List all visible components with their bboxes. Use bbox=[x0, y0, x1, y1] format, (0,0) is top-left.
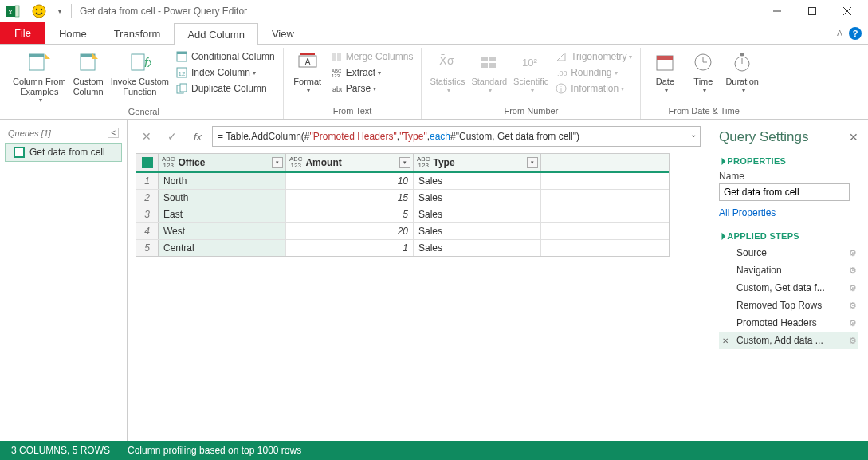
collapse-queries-icon[interactable]: < bbox=[108, 128, 119, 138]
cell-amount[interactable]: 15 bbox=[286, 190, 414, 206]
tab-transform[interactable]: Transform bbox=[100, 22, 175, 44]
tab-view[interactable]: View bbox=[258, 22, 308, 44]
fx-icon[interactable]: fx bbox=[187, 127, 209, 146]
qat-dropdown-icon[interactable] bbox=[50, 3, 66, 19]
svg-text:123: 123 bbox=[332, 73, 340, 78]
group-from-datetime: Date Time Duration From Date & Time bbox=[641, 48, 767, 119]
svg-rect-47 bbox=[740, 53, 744, 56]
table-row[interactable]: 3 East 5 Sales bbox=[136, 206, 669, 223]
maximize-button[interactable] bbox=[795, 1, 830, 22]
applied-step[interactable]: Navigation⚙ bbox=[719, 261, 858, 279]
svg-text:x: x bbox=[9, 8, 13, 16]
applied-step[interactable]: Removed Top Rows⚙ bbox=[719, 297, 858, 314]
svg-point-3 bbox=[33, 5, 45, 18]
close-settings-icon[interactable]: ✕ bbox=[849, 131, 858, 144]
collapse-ribbon-icon[interactable]: ᐱ bbox=[837, 29, 842, 37]
cell-office[interactable]: Central bbox=[159, 240, 286, 256]
svg-marker-15 bbox=[92, 53, 98, 59]
query-settings-title: Query Settings bbox=[719, 129, 808, 145]
statistics-icon: X̄σ bbox=[434, 49, 460, 75]
table-row[interactable]: 5 Central 1 Sales bbox=[136, 240, 669, 256]
duration-icon bbox=[729, 49, 755, 75]
cell-type[interactable]: Sales bbox=[414, 206, 541, 222]
smiley-icon[interactable] bbox=[31, 3, 47, 19]
col-header-office[interactable]: ABC 123Office▾ bbox=[159, 154, 286, 171]
type-icon[interactable]: ABC 123 bbox=[417, 156, 430, 169]
column-from-examples-icon bbox=[26, 49, 52, 75]
svg-text:12: 12 bbox=[179, 70, 186, 77]
col-header-amount[interactable]: ABC 123Amount▾ bbox=[286, 154, 414, 171]
type-icon[interactable]: ABC 123 bbox=[162, 156, 175, 169]
invoke-custom-function-button[interactable]: fx Invoke Custom Function bbox=[108, 48, 172, 98]
applied-step[interactable]: Source⚙ bbox=[719, 244, 858, 261]
close-button[interactable] bbox=[830, 1, 865, 22]
merge-columns-button: Merge Columns bbox=[327, 49, 417, 64]
svg-rect-34 bbox=[481, 63, 488, 68]
gear-icon[interactable]: ⚙ bbox=[849, 318, 857, 328]
cell-office[interactable]: South bbox=[159, 190, 286, 206]
corner-cell[interactable] bbox=[136, 154, 159, 171]
filter-icon[interactable]: ▾ bbox=[399, 157, 410, 168]
gear-icon[interactable]: ⚙ bbox=[849, 301, 857, 311]
conditional-column-button[interactable]: Conditional Column bbox=[172, 49, 278, 64]
svg-rect-26 bbox=[332, 53, 336, 61]
col-header-type[interactable]: ABC 123Type▾ bbox=[414, 154, 541, 171]
minimize-button[interactable] bbox=[760, 1, 795, 22]
query-name-input[interactable] bbox=[719, 183, 850, 201]
formula-bar[interactable]: = Table.AddColumn(#"Promoted Headers", "… bbox=[212, 126, 701, 147]
cell-amount[interactable]: 10 bbox=[286, 173, 414, 189]
query-item[interactable]: Get data from cell bbox=[5, 143, 122, 162]
filter-icon[interactable]: ▾ bbox=[527, 157, 538, 168]
cell-office[interactable]: West bbox=[159, 223, 286, 239]
applied-step[interactable]: Custom, Add data ...⚙ bbox=[719, 332, 858, 349]
help-icon[interactable]: ? bbox=[849, 27, 862, 40]
cell-type[interactable]: Sales bbox=[414, 240, 541, 256]
date-button[interactable]: Date bbox=[646, 48, 684, 96]
format-button[interactable]: A Format bbox=[289, 48, 327, 96]
time-button[interactable]: Time bbox=[684, 48, 722, 96]
queries-pane: Queries [1] < Get data from cell bbox=[0, 120, 128, 441]
table-row[interactable]: 1 North 10 Sales bbox=[136, 173, 669, 190]
duplicate-column-button[interactable]: Duplicate Column bbox=[172, 81, 278, 96]
applied-step[interactable]: Promoted Headers⚙ bbox=[719, 314, 858, 332]
cell-type[interactable]: Sales bbox=[414, 190, 541, 206]
index-column-button[interactable]: 12Index Column bbox=[172, 65, 278, 80]
gear-icon[interactable]: ⚙ bbox=[849, 265, 857, 276]
column-from-examples-button[interactable]: Column From Examples bbox=[10, 48, 69, 105]
applied-step[interactable]: Custom, Get data f...⚙ bbox=[719, 279, 858, 297]
tab-file[interactable]: File bbox=[0, 22, 45, 44]
table-row[interactable]: 2 South 15 Sales bbox=[136, 190, 669, 206]
table-row[interactable]: 4 West 20 Sales bbox=[136, 223, 669, 240]
formula-cancel-icon[interactable]: ✕ bbox=[136, 127, 158, 146]
extract-button[interactable]: ABC123Extract bbox=[327, 65, 417, 80]
custom-column-icon bbox=[76, 49, 101, 75]
gear-icon[interactable]: ⚙ bbox=[849, 248, 857, 258]
group-label-from-number: From Number bbox=[504, 104, 558, 119]
tab-add-column[interactable]: Add Column bbox=[174, 23, 258, 45]
cell-type[interactable]: Sales bbox=[414, 223, 541, 239]
cell-type[interactable]: Sales bbox=[414, 173, 541, 189]
center-pane: ✕ ✓ fx = Table.AddColumn(#"Promoted Head… bbox=[128, 120, 709, 441]
formula-commit-icon[interactable]: ✓ bbox=[161, 127, 183, 146]
filter-icon[interactable]: ▾ bbox=[272, 157, 283, 168]
cell-amount[interactable]: 1 bbox=[286, 240, 414, 256]
custom-column-button[interactable]: Custom Column bbox=[69, 48, 108, 98]
cell-office[interactable]: North bbox=[159, 173, 286, 189]
gear-icon[interactable]: ⚙ bbox=[849, 283, 857, 293]
cell-amount[interactable]: 5 bbox=[286, 206, 414, 222]
properties-header[interactable]: PROPERTIES bbox=[719, 156, 858, 166]
parse-button[interactable]: abcParse bbox=[327, 81, 417, 96]
cell-office[interactable]: East bbox=[159, 206, 286, 222]
applied-steps-header[interactable]: APPLIED STEPS bbox=[719, 231, 858, 241]
information-button: iInformation bbox=[552, 81, 635, 96]
svg-marker-12 bbox=[45, 54, 50, 59]
duration-button[interactable]: Duration bbox=[722, 48, 762, 96]
expand-formula-icon[interactable]: ⌄ bbox=[690, 130, 697, 139]
tab-home[interactable]: Home bbox=[45, 22, 100, 44]
gear-icon[interactable]: ⚙ bbox=[849, 336, 857, 346]
type-icon[interactable]: ABC 123 bbox=[289, 156, 302, 169]
cell-amount[interactable]: 20 bbox=[286, 223, 414, 239]
all-properties-link[interactable]: All Properties bbox=[719, 207, 858, 218]
standard-icon bbox=[477, 49, 502, 75]
info-icon: i bbox=[555, 82, 568, 95]
